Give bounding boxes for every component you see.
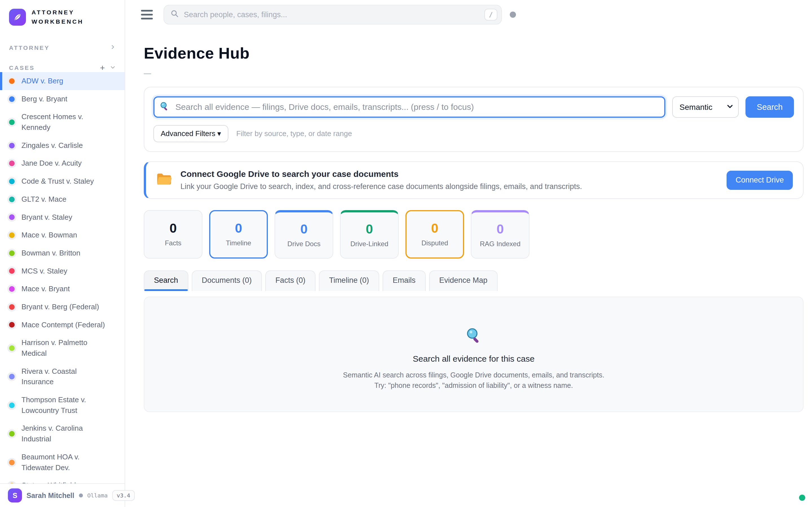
search-mode-select[interactable]: Semantic bbox=[672, 96, 739, 118]
sidebar-case-item[interactable]: Bryant v. Staley bbox=[0, 209, 124, 226]
sidebar-case-item[interactable]: Mace v. Bowman bbox=[0, 226, 124, 244]
case-color-dot bbox=[9, 78, 15, 84]
case-color-dot bbox=[9, 196, 15, 202]
sidebar-case-item[interactable]: Jenkins v. Carolina Industrial bbox=[0, 419, 124, 448]
sidebar-case-item[interactable]: Bowman v. Britton bbox=[0, 244, 124, 262]
case-label: MCS v. Staley bbox=[21, 266, 67, 277]
case-label: Mace v. Bowman bbox=[21, 230, 77, 240]
brand: ATTORNEY WORKBENCH bbox=[0, 0, 124, 31]
stat-value: 0 bbox=[300, 223, 308, 235]
chevron-down-icon[interactable] bbox=[110, 64, 116, 71]
stats-row: 0 Facts 0 Timeline 0 Drive Docs 0 Drive-… bbox=[144, 210, 804, 259]
stat-label: Timeline bbox=[226, 239, 251, 247]
tab[interactable]: Facts (0) bbox=[265, 270, 316, 291]
evidence-search-card: Semantic Search Advanced Filters ▾ Filte… bbox=[144, 87, 804, 152]
case-color-dot bbox=[9, 374, 15, 379]
sidebar-case-item[interactable]: MCS v. Staley bbox=[0, 262, 124, 280]
sidebar-case-item[interactable]: Rivera v. Coastal Insurance bbox=[0, 362, 124, 391]
sidebar-section-attorney[interactable]: ATTORNEY bbox=[0, 44, 124, 51]
connection-status-dot bbox=[799, 495, 805, 501]
stat-label: Drive-Linked bbox=[350, 240, 389, 248]
version-badge: v3.4 bbox=[112, 490, 135, 501]
advanced-filters-button[interactable]: Advanced Filters ▾ bbox=[153, 125, 229, 142]
stat-value: 0 bbox=[497, 223, 504, 235]
chevron-right-icon bbox=[110, 44, 116, 51]
stat-label: Drive Docs bbox=[287, 240, 320, 248]
notification-dot bbox=[510, 11, 516, 18]
case-label: Mace Contempt (Federal) bbox=[21, 320, 105, 330]
sidebar: ATTORNEY WORKBENCH ATTORNEY CASES + ADW … bbox=[0, 0, 125, 507]
search-results-panel: Search all evidence for this case Semant… bbox=[144, 297, 804, 412]
folder-icon bbox=[156, 172, 172, 188]
sidebar-footer: S Sarah Mitchell Ollama v3.4 bbox=[0, 483, 124, 507]
sidebar-case-item[interactable]: ADW v. Berg bbox=[0, 72, 124, 90]
case-color-dot bbox=[9, 96, 15, 102]
tab[interactable]: Emails bbox=[383, 270, 426, 291]
case-label: Bryant v. Staley bbox=[21, 212, 72, 223]
tab[interactable]: Search bbox=[144, 270, 188, 291]
tab[interactable]: Evidence Map bbox=[429, 270, 498, 291]
empty-state-line1: Semantic AI search across filings, Googl… bbox=[343, 371, 605, 379]
sidebar-case-item[interactable]: Jane Doe v. Acuity bbox=[0, 154, 124, 172]
case-color-dot bbox=[9, 322, 15, 328]
case-color-dot bbox=[9, 460, 15, 465]
empty-state-title: Search all evidence for this case bbox=[413, 354, 535, 363]
stat-value: 0 bbox=[235, 222, 242, 235]
sidebar-case-item[interactable]: Bryant v. Berg (Federal) bbox=[0, 298, 124, 316]
global-search-input[interactable] bbox=[184, 10, 479, 19]
brand-line1: ATTORNEY bbox=[32, 8, 84, 17]
tab[interactable]: Timeline (0) bbox=[319, 270, 379, 291]
cases-list: ADW v. Berg Berg v. Bryant Crescent Home… bbox=[0, 72, 124, 483]
case-color-dot bbox=[9, 143, 15, 149]
sidebar-case-item[interactable]: Mace v. Bryant bbox=[0, 280, 124, 298]
banner-text: Connect Google Drive to search your case… bbox=[181, 169, 718, 191]
search-button[interactable]: Search bbox=[746, 96, 794, 118]
case-label: ADW v. Berg bbox=[21, 76, 63, 87]
case-color-dot bbox=[9, 119, 15, 125]
case-label: Jenkins v. Carolina Industrial bbox=[21, 423, 109, 444]
main-area: / Evidence Hub — Semantic Search Advance… bbox=[125, 0, 812, 412]
sidebar-case-item[interactable]: Zingales v. Carlisle bbox=[0, 136, 124, 155]
search-icon bbox=[160, 101, 169, 113]
tabs: SearchDocuments (0)Facts (0)Timeline (0)… bbox=[144, 270, 804, 291]
case-label: Jane Doe v. Acuity bbox=[21, 158, 82, 169]
stat-card: 0 Drive Docs bbox=[274, 210, 333, 259]
connect-drive-button[interactable]: Connect Drive bbox=[726, 171, 793, 190]
sidebar-case-item[interactable]: GLT2 v. Mace bbox=[0, 190, 124, 209]
case-label: Crescent Homes v. Kennedy bbox=[21, 112, 109, 133]
sidebar-case-item[interactable]: Thompson Estate v. Lowcountry Trust bbox=[0, 391, 124, 419]
evidence-search-input[interactable] bbox=[153, 96, 665, 118]
tab-label: Evidence Map bbox=[439, 276, 488, 284]
case-color-dot bbox=[9, 232, 15, 238]
global-search[interactable]: / bbox=[163, 5, 502, 24]
case-label: Rivera v. Coastal Insurance bbox=[21, 366, 109, 387]
sidebar-case-item[interactable]: Beaumont HOA v. Tidewater Dev. bbox=[0, 448, 124, 476]
stat-label: Facts bbox=[165, 239, 182, 247]
cases-section-label: CASES bbox=[9, 64, 35, 71]
engine-label: Ollama bbox=[87, 492, 108, 499]
sidebar-case-item[interactable]: Harrison v. Palmetto Medical bbox=[0, 334, 124, 362]
content: Evidence Hub — Semantic Search Advanced … bbox=[125, 29, 812, 412]
case-color-dot bbox=[9, 179, 15, 184]
case-color-dot bbox=[9, 268, 15, 274]
add-case-button[interactable]: + bbox=[100, 64, 105, 72]
case-color-dot bbox=[9, 402, 15, 408]
stat-card: 0 RAG Indexed bbox=[471, 210, 529, 259]
case-color-dot bbox=[9, 345, 15, 351]
stat-label: Disputed bbox=[421, 239, 448, 247]
sidebar-case-item[interactable]: Mace Contempt (Federal) bbox=[0, 316, 124, 334]
avatar-letter: S bbox=[13, 492, 17, 500]
case-label: Thompson Estate v. Lowcountry Trust bbox=[21, 395, 109, 416]
tab-label: Timeline (0) bbox=[329, 276, 369, 284]
sidebar-case-item[interactable]: State v. Whitfield bbox=[0, 476, 124, 483]
case-color-dot bbox=[9, 161, 15, 166]
brand-line2: WORKBENCH bbox=[32, 17, 84, 26]
user-avatar[interactable]: S bbox=[8, 489, 22, 503]
tab[interactable]: Documents (0) bbox=[192, 270, 262, 291]
sidebar-case-item[interactable]: Crescent Homes v. Kennedy bbox=[0, 108, 124, 136]
drive-banner: Connect Google Drive to search your case… bbox=[144, 161, 804, 199]
sidebar-case-item[interactable]: Berg v. Bryant bbox=[0, 90, 124, 108]
menu-toggle-button[interactable] bbox=[141, 10, 153, 19]
case-color-dot bbox=[9, 286, 15, 292]
sidebar-case-item[interactable]: Code & Trust v. Staley bbox=[0, 172, 124, 190]
